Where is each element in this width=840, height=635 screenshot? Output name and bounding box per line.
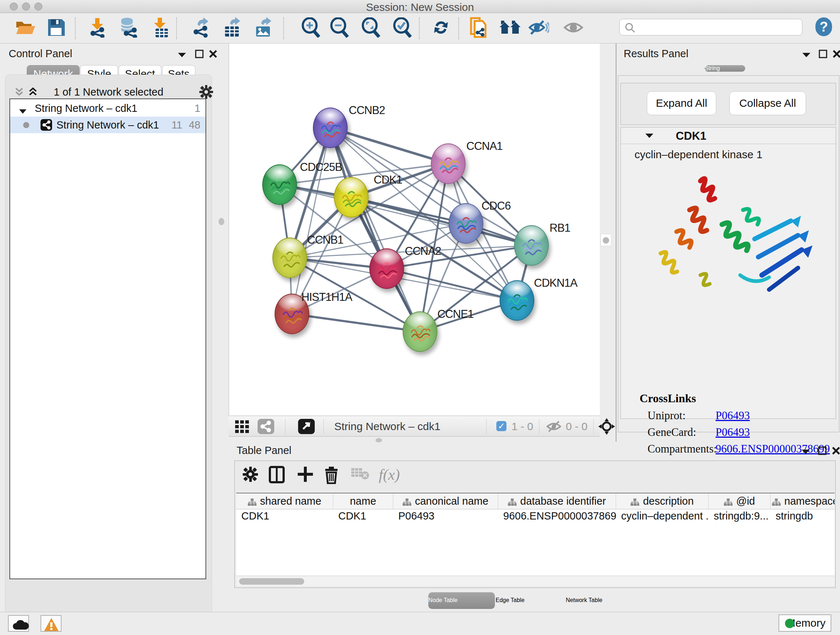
birds-eye-view-icon[interactable]: [298, 419, 315, 434]
hide-eye-icon[interactable]: [528, 19, 549, 38]
table-cell[interactable]: stringdb:9...: [709, 510, 771, 524]
tab-node-table[interactable]: Node Table: [428, 592, 495, 609]
float-panel-icon[interactable]: [818, 49, 828, 60]
column-header-description[interactable]: description: [616, 494, 709, 509]
close-panel-icon[interactable]: [831, 446, 840, 457]
table-cell[interactable]: P06493: [393, 510, 498, 524]
table-settings-gear-icon[interactable]: [242, 466, 259, 484]
table-horizontal-scrollbar[interactable]: [236, 577, 835, 586]
network-view-toolbar: String Network – cdk1 ✓ 1 - 0 0 - 0: [229, 416, 600, 437]
node-CCNA1[interactable]: [431, 143, 466, 184]
import-table-file-icon[interactable]: [151, 17, 169, 40]
scrollbar-thumb[interactable]: [239, 578, 304, 585]
add-column-icon[interactable]: [297, 466, 314, 484]
show-columns-icon[interactable]: [269, 466, 285, 485]
export-image-icon[interactable]: [253, 17, 273, 40]
left-splitter-handle[interactable]: [218, 218, 224, 225]
float-panel-icon[interactable]: [195, 49, 204, 60]
node-CCNE1[interactable]: [403, 311, 437, 352]
memory-button[interactable]: Memory: [778, 614, 831, 632]
node-CCNB2[interactable]: [313, 108, 347, 148]
delete-column-trash-icon[interactable]: [324, 466, 339, 486]
horizontal-splitter-handle[interactable]: [376, 438, 382, 442]
network-collection-row[interactable]: String Network – cdk1 1: [10, 100, 205, 117]
column-header-database-identifier[interactable]: database identifier: [498, 494, 616, 509]
zoom-selected-icon[interactable]: [393, 17, 412, 39]
panel-menu-icon[interactable]: [802, 51, 811, 59]
edge-HIST1H1A-CCNE1[interactable]: [292, 314, 420, 332]
refresh-layout-icon[interactable]: [431, 18, 451, 39]
table-cell[interactable]: 9606.ENSP00000378699: [498, 510, 616, 524]
column-header-canonical-name[interactable]: canonical name: [393, 494, 498, 509]
edge-CCNA2-CDKN1A[interactable]: [387, 269, 517, 301]
table-cell[interactable]: CDK1: [333, 510, 393, 524]
node-label-HIST1H1A: HIST1H1A: [302, 291, 352, 304]
node-result-header[interactable]: CDK1: [621, 127, 836, 144]
delete-table-icon[interactable]: [351, 466, 369, 482]
crosslink-link[interactable]: P06493: [715, 409, 750, 422]
toolbar-separator: [419, 17, 420, 39]
network-node-count: 11: [172, 119, 182, 131]
help-button[interactable]: ?: [815, 17, 832, 36]
close-panel-icon[interactable]: [208, 49, 218, 60]
zoom-in-icon[interactable]: [301, 17, 321, 39]
import-network-database-icon[interactable]: [118, 17, 139, 39]
clone-network-icon[interactable]: [469, 17, 488, 40]
node-CCNB1[interactable]: [272, 238, 307, 278]
zoom-out-icon[interactable]: [330, 17, 349, 39]
function-builder-icon[interactable]: f(x): [379, 466, 400, 483]
node-RB1[interactable]: [514, 225, 549, 266]
cloud-icon: [11, 617, 30, 632]
tab-edge-table[interactable]: Edge Table: [496, 592, 565, 609]
node-CDC25B[interactable]: [262, 165, 297, 205]
expand-all-button[interactable]: Expand All: [647, 91, 716, 115]
node-table[interactable]: shared namenamecanonical namedatabase id…: [236, 493, 835, 575]
right-splitter-handle[interactable]: [600, 234, 611, 246]
table-cell[interactable]: CDK1: [236, 510, 333, 524]
network-share-icon[interactable]: [257, 419, 274, 434]
node-CDK1[interactable]: [334, 177, 369, 218]
export-network-icon[interactable]: [191, 17, 210, 39]
warning-button[interactable]: [41, 615, 62, 632]
import-network-file-icon[interactable]: [88, 17, 107, 39]
collapse-entry-icon[interactable]: [645, 133, 654, 141]
tree-expand-icon[interactable]: [19, 105, 27, 117]
tab-string[interactable]: String: [705, 65, 745, 72]
column-header-name[interactable]: name: [333, 494, 393, 509]
string-home-icon[interactable]: [499, 19, 521, 37]
cloud-button[interactable]: [8, 615, 29, 632]
tab-network-table[interactable]: Network Table: [566, 592, 640, 609]
show-eye-icon[interactable]: [563, 19, 584, 37]
column-header-shared-name[interactable]: shared name: [236, 494, 333, 509]
memory-status-dot: [785, 619, 794, 628]
float-panel-icon[interactable]: [818, 446, 827, 457]
export-table-icon[interactable]: [222, 17, 242, 40]
panel-menu-icon[interactable]: [801, 448, 810, 456]
crosslink-link[interactable]: P06493: [715, 426, 750, 439]
open-file-icon[interactable]: [15, 18, 36, 38]
close-panel-icon[interactable]: [832, 49, 840, 60]
network-edges: [229, 43, 600, 416]
search-input[interactable]: [619, 19, 802, 35]
node-description: cyclin–dependent kinase 1: [635, 149, 763, 161]
save-session-icon[interactable]: [47, 19, 65, 38]
table-cell[interactable]: stringdb: [771, 510, 835, 524]
network-row-selected[interactable]: String Network – cdk1 11 48: [10, 117, 205, 133]
selected-checkbox[interactable]: ✓: [496, 421, 507, 431]
table-cell[interactable]: cyclin–dependent ...: [616, 510, 709, 524]
node-CCNA2[interactable]: [369, 249, 404, 289]
zoom-fit-icon[interactable]: [361, 17, 381, 39]
edge-CCNB2-HIST1H1A[interactable]: [292, 128, 330, 314]
hidden-eye-icon[interactable]: [546, 420, 562, 434]
edge-CCNB2-CCNA1[interactable]: [330, 128, 448, 164]
network-canvas[interactable]: CCNB2 CCNA1 CDC25B CDK1 CDC6 R: [229, 43, 600, 416]
node-CDC6[interactable]: [448, 203, 483, 244]
grid-view-icon[interactable]: [235, 420, 249, 435]
crosshair-icon[interactable]: [598, 418, 615, 436]
column-header-namespace[interactable]: namespace: [771, 494, 835, 509]
panel-menu-icon[interactable]: [177, 51, 187, 59]
column-header--id[interactable]: @id: [709, 494, 771, 509]
string-network-icon: [41, 119, 52, 131]
node-CDKN1A[interactable]: [500, 280, 534, 321]
collapse-all-button[interactable]: Collapse All: [729, 91, 806, 115]
